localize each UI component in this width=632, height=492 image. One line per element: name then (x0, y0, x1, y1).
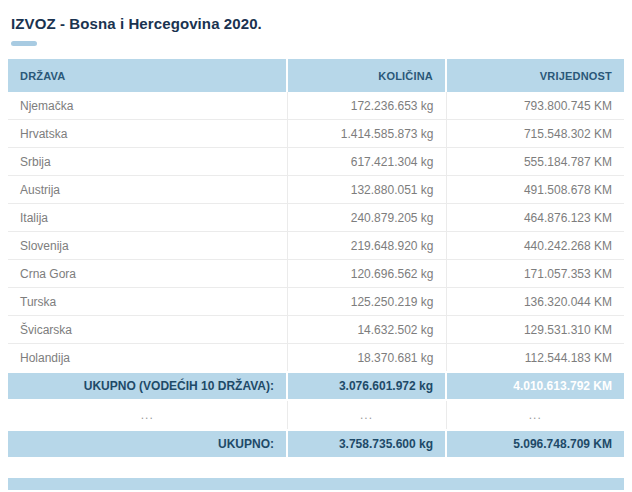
next-section-header-partial (8, 478, 624, 490)
column-header-kolicina: KOLIČINA (287, 59, 446, 92)
subtotal-row: UKUPNO (VODEĆIH 10 DRŽAVA): 3.076.601.97… (8, 372, 624, 400)
table-row: Austrija132.880.051 kg491.508.678 KM (8, 176, 624, 204)
value-cell: 440.242.268 KM (446, 232, 624, 260)
value-cell: 555.184.787 KM (446, 148, 624, 176)
ellipsis-value-cell: ... (446, 400, 624, 430)
quantity-cell: 125.250.219 kg (287, 288, 446, 316)
table-row: Njemačka172.236.653 kg793.800.745 KM (8, 92, 624, 120)
export-table: DRŽAVA KOLIČINA VRIJEDNOST Njemačka172.2… (8, 59, 624, 459)
ellipsis-country-cell: ... (8, 400, 287, 430)
value-cell: 464.876.123 KM (446, 204, 624, 232)
total-label: UKUPNO: (8, 430, 287, 458)
column-header-vrijednost: VRIJEDNOST (446, 59, 624, 92)
title-accent-bar (11, 41, 37, 46)
total-value: 5.096.748.709 KM (446, 430, 624, 458)
page-title: IZVOZ - Bosna i Hercegovina 2020. (0, 0, 632, 32)
column-header-drzava: DRŽAVA (8, 59, 287, 92)
report-page: IZVOZ - Bosna i Hercegovina 2020. DRŽAVA… (0, 0, 632, 492)
subtotal-value-highlighted: 4.010.613.792 KM (446, 372, 624, 400)
ellipsis-row: ... ... ... (8, 400, 624, 430)
quantity-cell: 219.648.920 kg (287, 232, 446, 260)
value-cell: 112.544.183 KM (446, 344, 624, 373)
country-cell: Švicarska (8, 316, 287, 344)
country-cell: Srbija (8, 148, 287, 176)
table-row: Italija240.879.205 kg464.876.123 KM (8, 204, 624, 232)
subtotal-label: UKUPNO (VODEĆIH 10 DRŽAVA): (8, 372, 287, 400)
table-row: Turska125.250.219 kg136.320.044 KM (8, 288, 624, 316)
value-cell: 715.548.302 KM (446, 120, 624, 148)
country-cell: Slovenija (8, 232, 287, 260)
total-row: UKUPNO: 3.758.735.600 kg 5.096.748.709 K… (8, 430, 624, 458)
total-quantity: 3.758.735.600 kg (287, 430, 446, 458)
table-header-row: DRŽAVA KOLIČINA VRIJEDNOST (8, 59, 624, 92)
quantity-cell: 132.880.051 kg (287, 176, 446, 204)
country-cell: Njemačka (8, 92, 287, 120)
country-cell: Italija (8, 204, 287, 232)
subtotal-quantity: 3.076.601.972 kg (287, 372, 446, 400)
value-cell: 129.531.310 KM (446, 316, 624, 344)
country-cell: Crna Gora (8, 260, 287, 288)
table-row: Švicarska14.632.502 kg129.531.310 KM (8, 316, 624, 344)
table-row: Slovenija219.648.920 kg440.242.268 KM (8, 232, 624, 260)
table-row: Crna Gora120.696.562 kg171.057.353 KM (8, 260, 624, 288)
country-cell: Turska (8, 288, 287, 316)
country-cell: Hrvatska (8, 120, 287, 148)
quantity-cell: 240.879.205 kg (287, 204, 446, 232)
value-cell: 136.320.044 KM (446, 288, 624, 316)
quantity-cell: 120.696.562 kg (287, 260, 446, 288)
table-body: Njemačka172.236.653 kg793.800.745 KMHrva… (8, 92, 624, 372)
country-cell: Holandija (8, 344, 287, 373)
table-summary: UKUPNO (VODEĆIH 10 DRŽAVA): 3.076.601.97… (8, 372, 624, 458)
table-row: Srbija617.421.304 kg555.184.787 KM (8, 148, 624, 176)
table-row: Holandija18.370.681 kg112.544.183 KM (8, 344, 624, 373)
table-row: Hrvatska1.414.585.873 kg715.548.302 KM (8, 120, 624, 148)
value-cell: 793.800.745 KM (446, 92, 624, 120)
quantity-cell: 18.370.681 kg (287, 344, 446, 373)
country-cell: Austrija (8, 176, 287, 204)
quantity-cell: 172.236.653 kg (287, 92, 446, 120)
quantity-cell: 617.421.304 kg (287, 148, 446, 176)
value-cell: 491.508.678 KM (446, 176, 624, 204)
quantity-cell: 1.414.585.873 kg (287, 120, 446, 148)
ellipsis-quantity-cell: ... (287, 400, 446, 430)
value-cell: 171.057.353 KM (446, 260, 624, 288)
quantity-cell: 14.632.502 kg (287, 316, 446, 344)
